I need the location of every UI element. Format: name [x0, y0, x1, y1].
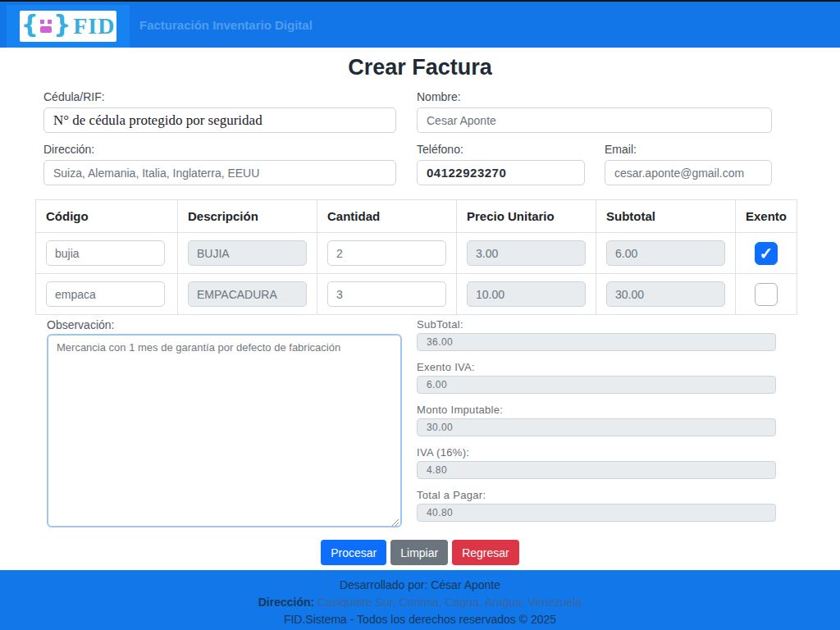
observacion-textarea[interactable]: [47, 334, 402, 527]
action-buttons: Procesar Limpiar Regresar: [0, 540, 840, 565]
telefono-label: Teléfono:: [417, 143, 585, 156]
footer-address-line: Dirección: Casiquiare Sur, Corinsa, Cagu…: [0, 594, 840, 611]
precio-field-row2: [467, 281, 586, 307]
exento-checkbox-row1[interactable]: ✓: [755, 242, 778, 265]
col-header-cantidad: Cantidad: [317, 200, 457, 233]
exento-iva-label: Exento IVA:: [417, 361, 776, 373]
robot-face-icon: [40, 20, 52, 33]
direccion-input[interactable]: [43, 160, 396, 185]
app-footer: Desarrollado por: César Aponte Dirección…: [0, 570, 840, 630]
monto-imputable-label: Monto Imputable:: [417, 404, 776, 416]
col-header-subtotal: Subtotal: [596, 200, 736, 233]
logo-badge: { } FID: [20, 11, 116, 42]
checkmark-icon: ✓: [760, 244, 774, 263]
email-input[interactable]: [605, 160, 772, 185]
items-table: Código Descripción Cantidad Precio Unita…: [35, 199, 797, 315]
footer-copyright-line: FID.Sistema - Todos los derechos reserva…: [0, 611, 840, 628]
totals-section: SubTotal: Exento IVA: Monto Imputable: I…: [417, 318, 776, 532]
brace-right-icon: }: [53, 12, 71, 37]
iva-label: IVA (16%):: [417, 446, 776, 459]
subtotal-total-label: SubTotal:: [417, 318, 776, 331]
monto-imputable-field: [417, 418, 776, 436]
subtotal-field-row1: [606, 240, 725, 266]
footer-address-value: Casiquiare Sur, Corinsa, Cagua, Aragua, …: [314, 596, 582, 609]
iva-field: [417, 461, 776, 479]
codigo-input-row2[interactable]: [46, 281, 165, 307]
page-title: Crear Factura: [0, 55, 840, 80]
col-header-descripcion: Descripción: [178, 200, 317, 233]
nombre-label: Nombre:: [417, 90, 772, 103]
subtotal-total-field: [417, 333, 776, 351]
codigo-input-row1[interactable]: [46, 240, 165, 266]
form-row-2: Dirección: Teléfono: Email:: [43, 143, 840, 185]
table-row: ✓: [36, 274, 797, 315]
footer-address-label: Dirección:: [258, 596, 314, 609]
regresar-button[interactable]: Regresar: [452, 540, 519, 565]
subtotal-field-row2: [606, 281, 725, 307]
email-label: Email:: [605, 143, 772, 156]
cedula-label: Cédula/RIF:: [43, 90, 396, 103]
bottom-section: Observación: SubTotal: Exento IVA: Monto…: [47, 318, 840, 532]
limpiar-button[interactable]: Limpiar: [390, 540, 448, 565]
observacion-label: Observación:: [47, 318, 402, 331]
descripcion-field-row1: [188, 240, 307, 266]
cedula-input[interactable]: [43, 107, 396, 133]
descripcion-field-row2: [188, 281, 307, 307]
exento-iva-field: [417, 376, 776, 394]
table-row: ✓: [36, 233, 797, 274]
app-tagline: Facturación Inventario Digital: [139, 18, 313, 32]
footer-developer-line: Desarrollado por: César Aponte: [0, 577, 840, 594]
telefono-input[interactable]: [417, 160, 585, 185]
col-header-codigo: Código: [36, 200, 178, 233]
form-row-1: Cédula/RIF: Nombre:: [43, 90, 840, 133]
app-header: { } FID Facturación Inventario Digital: [0, 0, 840, 48]
nombre-input[interactable]: [417, 107, 772, 133]
items-table-header-row: Código Descripción Cantidad Precio Unita…: [36, 200, 797, 233]
precio-field-row1: [467, 240, 586, 266]
logo-text: FID: [73, 13, 115, 39]
brace-left-icon: {: [21, 12, 39, 37]
col-header-exento: Exento: [736, 200, 797, 233]
total-a-pagar-field: [417, 504, 776, 522]
total-a-pagar-label: Total a Pagar:: [417, 489, 776, 501]
app-logo[interactable]: { } FID: [7, 5, 130, 48]
cantidad-input-row1[interactable]: [327, 240, 446, 266]
exento-checkbox-row2[interactable]: ✓: [755, 283, 778, 306]
direccion-label: Dirección:: [43, 143, 396, 156]
main-content: Crear Factura Cédula/RIF: Nombre: Direcc…: [0, 48, 840, 570]
cantidad-input-row2[interactable]: [327, 281, 446, 307]
procesar-button[interactable]: Procesar: [321, 540, 386, 565]
col-header-precio-unitario: Precio Unitario: [457, 200, 596, 233]
